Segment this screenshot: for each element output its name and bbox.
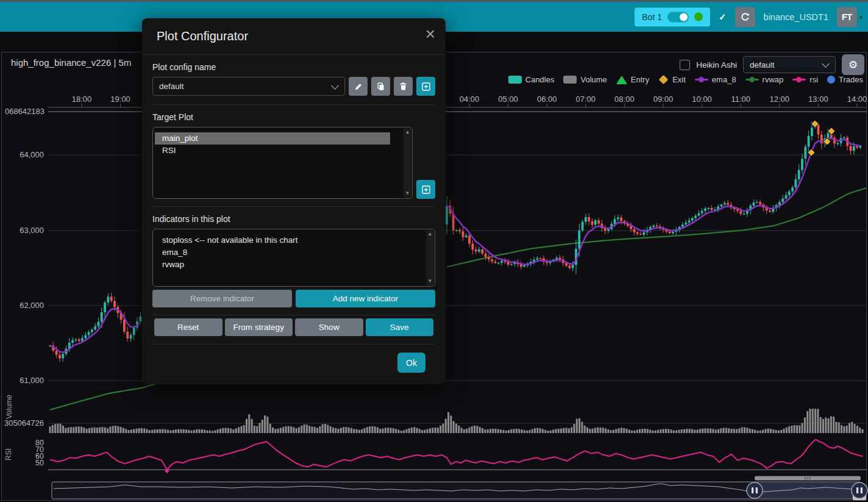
- scroll-down-icon[interactable]: ▼: [426, 278, 434, 285]
- pair-label: binance_USDT1: [764, 12, 828, 22]
- legend-item-trades[interactable]: Trades: [827, 75, 863, 84]
- legend-label: Trades: [839, 75, 863, 84]
- bot-toggle[interactable]: [667, 12, 689, 22]
- config-name-select[interactable]: default: [152, 77, 345, 96]
- from-strategy-button[interactable]: From strategy: [225, 318, 293, 336]
- show-button[interactable]: Show: [295, 318, 363, 336]
- chevron-down-icon: [331, 82, 339, 90]
- scroll-up-icon[interactable]: ▲: [404, 129, 411, 136]
- legend-item-exit[interactable]: Exit: [658, 75, 686, 84]
- line-symbol-icon: [792, 79, 806, 81]
- legend-item-candles[interactable]: Candles: [508, 75, 555, 84]
- caret-down-icon: ▾: [859, 13, 863, 20]
- ok-button[interactable]: Ok: [397, 353, 425, 373]
- plus-square-icon: [421, 82, 431, 91]
- legend-item-rvwap[interactable]: rvwap: [745, 75, 784, 84]
- line-symbol-icon: [695, 79, 708, 81]
- plus-square-icon: [421, 185, 431, 195]
- add-config-button[interactable]: [416, 77, 435, 96]
- app-root: 18:0019:0020:0021:0022:0023:0000:0001:00…: [0, 0, 868, 502]
- ft-menu-button[interactable]: FT: [837, 7, 857, 27]
- trash-icon: [399, 82, 408, 91]
- legend-item-volume[interactable]: Volume: [563, 75, 607, 84]
- bot-name-label: Bot 1: [642, 12, 662, 22]
- gear-icon: ⚙: [848, 59, 858, 71]
- delete-config-button[interactable]: [394, 77, 413, 96]
- legend-label: Exit: [672, 75, 686, 84]
- legend-label: Volume: [580, 75, 607, 84]
- refresh-icon: [740, 12, 750, 22]
- rect-symbol-icon: [563, 76, 577, 84]
- add-plot-button[interactable]: [416, 180, 435, 199]
- divider: [152, 104, 435, 105]
- target-plot-list[interactable]: ▲ ▼ main_plotRSI: [152, 127, 413, 199]
- diamond-symbol-icon: [659, 75, 669, 85]
- legend-label: rvwap: [763, 75, 784, 84]
- legend-label: Candles: [525, 75, 555, 84]
- heikin-ashi-checkbox[interactable]: [680, 60, 690, 70]
- indicator-option[interactable]: rvwap: [155, 259, 413, 271]
- copy-icon: [376, 82, 386, 91]
- duplicate-config-button[interactable]: [371, 77, 390, 96]
- circle-symbol-icon: [827, 76, 835, 84]
- triangle-symbol-icon: [616, 76, 627, 84]
- target-plot-option[interactable]: main_plot: [155, 132, 390, 145]
- online-status-icon: [694, 13, 703, 21]
- scrollbar[interactable]: ▲ ▼: [426, 230, 434, 285]
- scroll-up-icon[interactable]: ▲: [426, 231, 434, 238]
- divider: [152, 315, 435, 315]
- indicators-list[interactable]: ▲ ▼ stoploss <-- not available in this c…: [152, 229, 435, 287]
- legend-item-rsi[interactable]: rsi: [792, 75, 818, 84]
- target-plot-option[interactable]: RSI: [155, 145, 390, 157]
- edit-config-button[interactable]: [349, 77, 368, 96]
- plot-configurator-modal: Plot Configurator × Plot config name def…: [142, 18, 446, 384]
- config-name-select-value: default: [159, 82, 184, 91]
- legend-item-ema_8[interactable]: ema_8: [695, 75, 736, 84]
- remove-indicator-button[interactable]: Remove indicator: [152, 290, 292, 307]
- plot-configurator-gear-button[interactable]: ⚙: [842, 54, 864, 75]
- line-symbol-icon: [745, 79, 759, 81]
- chevron-down-icon: [822, 60, 830, 68]
- reset-button[interactable]: Reset: [154, 318, 222, 336]
- heikin-ashi-label: Heikin Ashi: [696, 60, 737, 70]
- legend-item-entry[interactable]: Entry: [616, 75, 649, 84]
- indicators-label: Indicators in this plot: [152, 214, 435, 224]
- indicator-option[interactable]: stoploss <-- not available in this chart: [155, 234, 413, 246]
- confirm-check-icon: ✓: [719, 12, 727, 23]
- rect-symbol-icon: [508, 76, 522, 84]
- chart-legend: CandlesVolumeEntryExitema_8rvwaprsiTrade…: [508, 75, 863, 84]
- modal-title: Plot Configurator: [157, 28, 431, 45]
- refresh-button[interactable]: [735, 7, 755, 27]
- close-icon[interactable]: ×: [425, 26, 435, 43]
- legend-label: rsi: [809, 75, 818, 84]
- indicator-option[interactable]: ema_8: [155, 246, 413, 259]
- legend-label: Entry: [631, 75, 649, 84]
- scrollbar[interactable]: ▲ ▼: [404, 128, 411, 198]
- chart-title: high_frog_binance_v226 | 5m: [11, 57, 131, 68]
- legend-label: ema_8: [712, 75, 736, 84]
- pencil-icon: [354, 82, 363, 91]
- plot-config-select-value: default: [750, 60, 775, 70]
- divider: [152, 206, 435, 207]
- plot-config-name-label: Plot config name: [152, 62, 435, 72]
- plot-config-select[interactable]: default: [743, 56, 836, 73]
- save-button[interactable]: Save: [366, 318, 434, 336]
- target-plot-label: Target Plot: [152, 112, 435, 122]
- add-new-indicator-button[interactable]: Add new indicator: [296, 290, 435, 307]
- bot-selector[interactable]: Bot 1: [635, 7, 710, 26]
- scroll-down-icon[interactable]: ▼: [404, 190, 411, 197]
